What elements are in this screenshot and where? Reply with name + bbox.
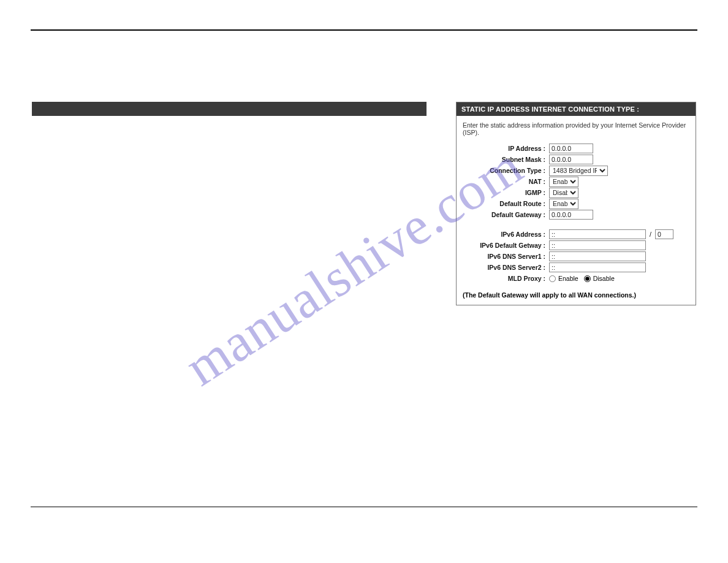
ipv6-address-input[interactable]: [549, 229, 646, 239]
panel-body: Enter the static address information pro…: [457, 116, 696, 305]
label-nat: NAT :: [463, 178, 549, 185]
label-v6addr: IPv6 Address :: [463, 231, 549, 238]
bottom-rule: [31, 507, 697, 507]
label-gw: Default Gateway :: [463, 211, 549, 218]
ipv6-dns1-input[interactable]: [549, 251, 646, 261]
mld-enable-label: Enable: [558, 275, 578, 282]
dark-header-bar-left: [32, 102, 427, 116]
label-mask: Subnet Mask :: [463, 156, 549, 163]
subnet-mask-input[interactable]: [549, 155, 593, 164]
slash-label: /: [648, 231, 653, 238]
igmp-select[interactable]: Disable: [549, 188, 578, 198]
default-route-select[interactable]: Enable: [549, 199, 578, 209]
ipv6-dns2-input[interactable]: [549, 262, 646, 272]
nat-select[interactable]: Enable: [549, 177, 578, 187]
label-v6gw: IPv6 Default Getway :: [463, 242, 549, 249]
top-rule: [31, 29, 697, 31]
footer-note: (The Default Gateway will apply to all W…: [463, 291, 689, 299]
ipv6-prefix-input[interactable]: [655, 229, 673, 239]
label-v6dns2: IPv6 DNS Server2 :: [463, 264, 549, 271]
mld-disable-label: Disable: [593, 275, 615, 282]
ipv6-gateway-input[interactable]: [549, 240, 646, 250]
mld-enable-radio[interactable]: [549, 275, 556, 282]
label-route: Default Route :: [463, 200, 549, 207]
static-ip-panel: STATIC IP ADDRESS INTERNET CONNECTION TY…: [456, 102, 696, 305]
label-conn: Connection Type :: [463, 167, 549, 174]
panel-intro: Enter the static address information pro…: [463, 121, 689, 136]
connection-type-select[interactable]: 1483 Bridged IP LLC: [549, 166, 608, 176]
default-gateway-input[interactable]: [549, 210, 593, 220]
panel-title: STATIC IP ADDRESS INTERNET CONNECTION TY…: [457, 102, 696, 116]
label-ip: IP Address :: [463, 145, 549, 152]
label-igmp: IGMP :: [463, 189, 549, 196]
label-v6dns1: IPv6 DNS Server1 :: [463, 253, 549, 260]
label-mld: MLD Proxy :: [463, 275, 549, 282]
mld-disable-radio[interactable]: [584, 275, 591, 282]
ip-address-input[interactable]: [549, 144, 593, 153]
